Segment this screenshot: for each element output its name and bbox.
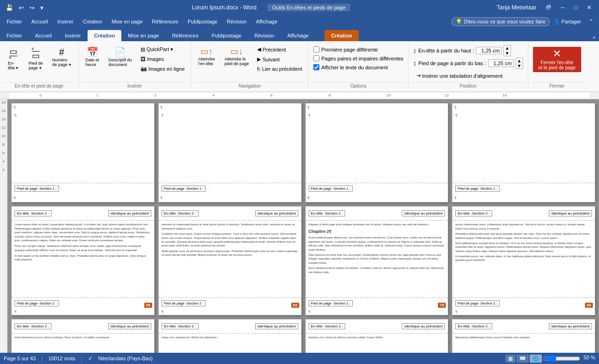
page-5-footer-label[interactable]: Pied de page -Section 2 - [15,300,59,306]
page-7-header[interactable]: En-tête -Section 2 - Identique au précéd… [306,207,448,221]
page-10-identical-label[interactable]: Identique au précédent [255,323,298,329]
header-position-spinner[interactable]: ▲▼ [503,45,511,56]
page-5-header-label[interactable]: En-tête -Section 2 - [15,210,52,216]
tab-creation[interactable]: Création [88,30,122,41]
page-1-footer-label[interactable]: Pied de page -Section 1 - [15,186,59,192]
page-3-footer[interactable]: Pied de page -Section 1 - - [306,183,448,194]
pages-paires-option[interactable]: Pages paires et impaires différentes [313,55,403,62]
images-button[interactable]: 🖼 Images [137,55,188,63]
web-layout-button[interactable]: 🌐 [530,355,542,363]
ribbon-collapse-button[interactable]: ⌃ [585,16,597,27]
menu-mise-en-page[interactable]: Mise en page [107,17,147,26]
tab-references[interactable]: Références [165,30,205,41]
share-button[interactable]: 👤 Partager [554,19,581,25]
close-button[interactable]: ✕ [583,2,595,13]
page-5-footer[interactable]: Pied de page -Section 2 - 59 [12,297,154,309]
page-4-footer-label[interactable]: Pied de page -Section 1 - [455,186,500,192]
header-position-input[interactable] [476,47,502,54]
page-11-header[interactable]: En-tête -Section 2 - Identique au précéd… [306,319,448,334]
tab-publipostage[interactable]: Publipostage [205,30,248,41]
tab-revision[interactable]: Révision [248,30,281,41]
page-7-identical-label[interactable]: Identique au précédent [402,210,445,216]
descriptif-label: Descriptif dudocument [109,58,132,67]
page-4-footer[interactable]: Pied de page -Section 1 - - [452,183,595,194]
atteindre-entete-button[interactable]: ▭↑ Atteindrel'en-tête [194,45,219,68]
page-10-header[interactable]: En-tête -Section 2 - Identique au précéd… [159,319,301,334]
page-8-header[interactable]: En-tête -Section 2 - Identique au précéd… [452,207,595,221]
page-8-footer-label[interactable]: Pied de page -Section 2 - [455,300,500,306]
page-12-header[interactable]: En-tête -Section 2 - Identique au précéd… [452,319,595,334]
page-6-footer-label[interactable]: Pied de page -Section 2 - [162,300,206,306]
page-11-header-label[interactable]: En-tête -Section 2 - [309,323,346,329]
menu-creation[interactable]: Création [78,17,107,26]
suivant-button[interactable]: ▶ Suivant [254,55,305,64]
page-9-header[interactable]: En-tête -Section 2 - Identique au précéd… [12,319,154,334]
save-button[interactable]: 💾 [4,3,15,12]
restore-button[interactable]: 🗗 [542,2,555,13]
numero-page-button[interactable]: # Numérode page ▾ [48,45,75,69]
footer-position-spinner[interactable]: ▲▼ [516,58,523,69]
tell-me-box[interactable]: 💡 Dites-nous ce que vous voulez faire [451,17,550,26]
page-7-header-label[interactable]: En-tête -Section 2 - [309,210,346,216]
page-5-header[interactable]: En-tête -Section 2 - Identique au précéd… [12,207,154,221]
page-2-footer-label[interactable]: Pied de page -Section 1 - [162,186,206,192]
menu-revision[interactable]: Révision [222,17,251,26]
redo-button[interactable]: ↪ [28,3,37,12]
page-3-footer-label[interactable]: Pied de page -Section 1 - [309,186,353,192]
menu-references[interactable]: Références [147,17,183,26]
pied-page-button[interactable]: ≡▭ Pied depage ▾ [24,45,47,73]
page-10-header-label[interactable]: En-tête -Section 2 - [162,323,199,329]
images-en-ligne-button[interactable]: 📷 Images en ligne [137,64,188,73]
page-9-header-label[interactable]: En-tête -Section 2 - [15,323,52,329]
tab-fichier[interactable]: Fichier [0,30,29,41]
en-tete-button[interactable]: ▭≡ En-tête ▾ [3,45,23,73]
page-2-footer[interactable]: Pied de page -Section 1 - - [159,183,301,194]
page-11-identical-label[interactable]: Identique au précédent [402,323,445,329]
page-8-header-label[interactable]: En-tête -Section 2 - [455,210,492,216]
page-12-identical-label[interactable]: Identique au précédent [549,323,592,329]
tab-creation-special[interactable]: Création [325,30,359,41]
page-8-identical-label[interactable]: Identique au précédent [549,210,592,216]
insert-tab-button[interactable]: ⇥ Insérer une tabulation d'alignement [413,71,506,80]
premiere-page-option[interactable]: Première page différente [313,46,378,53]
menu-inserer[interactable]: Insérer [52,17,78,26]
tab-inserer[interactable]: Insérer [58,30,87,41]
maximize-button[interactable]: □ [570,2,581,13]
page-6-header-label[interactable]: En-tête -Section 2 - [162,210,199,216]
premiere-page-checkbox[interactable] [313,46,319,52]
tab-affichage[interactable]: Affichage [281,30,315,41]
menu-affichage[interactable]: Affichage [251,17,282,26]
page-7-footer-label[interactable]: Pied de page -Section 2 - [309,300,353,306]
atteindre-pied-button[interactable]: ▭↓ Atteindre lepied de page [220,45,253,68]
afficher-texte-option[interactable]: Afficher le texte du document [313,64,388,71]
zoom-slider[interactable] [543,355,580,363]
menu-publipostage[interactable]: Publipostage [183,17,222,26]
read-mode-button[interactable]: 📖 [517,355,529,363]
tab-accueil[interactable]: Accueil [29,30,58,41]
page-8-footer[interactable]: Pied de page -Section 2 - 89 [452,297,595,309]
tab-mise-en-page[interactable]: Mise en page [121,30,165,41]
afficher-texte-checkbox[interactable] [313,64,319,70]
undo-button[interactable]: ↩ [17,3,26,12]
minimize-button[interactable]: ─ [557,2,569,13]
page-1-footer[interactable]: Pied de page -Section 1 - - [12,183,154,194]
close-header-footer-button[interactable]: ✕ Fermer l'en-têteet le pied de page [533,47,582,72]
menu-accueil[interactable]: Accueil [27,17,52,26]
menu-fichier[interactable]: Fichier [2,17,27,26]
print-layout-button[interactable]: ▦ [505,355,516,363]
page-6-footer[interactable]: Pied de page -Section 2 - 69 [159,297,301,309]
page-9-identical-label[interactable]: Identique au précédent [108,323,151,329]
pages-paires-checkbox[interactable] [313,55,319,61]
lier-precedent-button[interactable]: ⎘ Lier au précédent [254,65,305,73]
page-5-identical-label[interactable]: Identique au précédent [108,210,151,216]
customize-qat-button[interactable]: ▾ [38,3,45,12]
page-6-header[interactable]: En-tête -Section 2 - Identique au précéd… [159,207,301,221]
page-7-footer[interactable]: Pied de page -Section 2 - 79 [306,297,448,309]
descriptif-button[interactable]: 📄 Descriptif dudocument [104,45,136,69]
precedent-button[interactable]: ◀ Précédent [254,45,305,54]
page-6-identical-label[interactable]: Identique au précédent [255,210,298,216]
date-heure-button[interactable]: 📅 Date etheure [81,45,104,69]
page-12-header-label[interactable]: En-tête -Section 2 - [455,323,492,329]
footer-position-input[interactable] [488,59,514,67]
quickpart-button[interactable]: ▤ QuickPart ▾ [137,45,188,54]
